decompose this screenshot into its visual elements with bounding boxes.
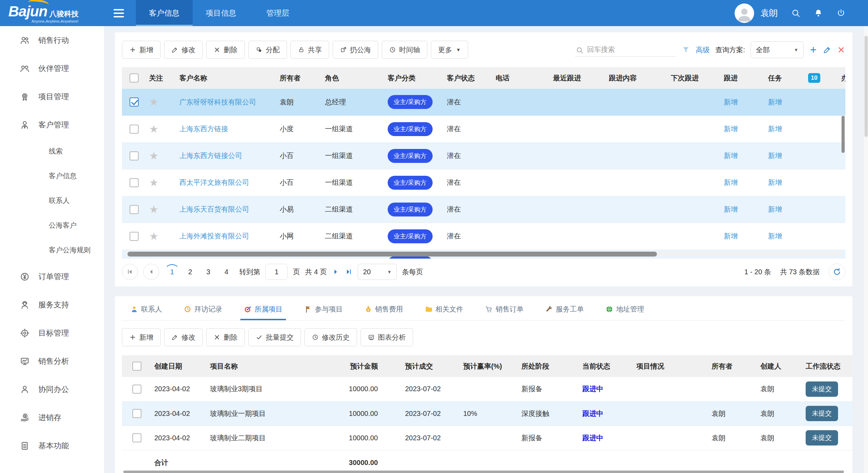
sidebar-item[interactable]: 订单管理 [0, 262, 104, 291]
add-task-link[interactable]: 新增 [768, 152, 782, 159]
delete-scheme-icon[interactable] [837, 46, 845, 54]
customer-row[interactable]: ★ 上海东西方链接 小度 一组渠道 业主/采购方 潜在 [122, 116, 845, 142]
column-header[interactable]: 跟进内容 跟进内容 [606, 67, 668, 89]
row-checkbox[interactable] [132, 433, 141, 442]
column-header[interactable]: 预计金额 [322, 355, 378, 377]
add-task-link[interactable]: 新增 [768, 232, 782, 240]
column-header[interactable]: 项目名称 [207, 355, 322, 377]
add-task-link[interactable]: 新增 [768, 179, 782, 186]
add-follow-link[interactable]: 新增 [724, 98, 738, 106]
toolbar-button[interactable]: 修改 [164, 41, 203, 59]
toolbar-button[interactable]: 修改 [164, 328, 203, 346]
customer-name-link[interactable]: 上海乐天百货有限公司 [179, 205, 249, 213]
customer-row[interactable]: ★ 广东呀呀呀科技有限公司 袁朗 总经理 业主/采购方 潜在 [122, 89, 845, 116]
page-number[interactable]: 3 [201, 264, 216, 279]
row-checkbox[interactable] [130, 125, 139, 134]
first-page-button[interactable] [122, 264, 138, 280]
sidebar-item[interactable]: 基本功能 [0, 432, 104, 460]
customer-name-link[interactable]: 上海东西方链接 [179, 125, 228, 133]
sidebar-item[interactable]: 公海客户 [0, 213, 104, 238]
favorite-star-icon[interactable]: ★ [149, 97, 158, 107]
customer-row[interactable]: ★ 上海东西方链接公司 小百 一组渠道 业主/采购方 潜在 [122, 142, 845, 169]
toolbar-button[interactable]: 新增 [122, 41, 161, 59]
project-row[interactable]: 2023-04-02 玻璃制业一期项目 10000.00 2023-07-02 … [122, 401, 852, 426]
current-status-link[interactable]: 跟进中 [582, 434, 603, 442]
sidebar-item[interactable]: 销售行动 [0, 26, 104, 54]
select-all-checkbox[interactable] [132, 362, 141, 371]
horizontal-scrollbar[interactable] [125, 252, 842, 257]
detail-tab[interactable]: 服务工单 [542, 301, 587, 320]
user-name[interactable]: 袁朗 [760, 7, 778, 19]
column-header[interactable]: 工作流状态 [803, 355, 852, 377]
advanced-search-link[interactable]: 高级 [696, 45, 710, 55]
horizontal-scrollbar-thumb[interactable] [127, 252, 657, 257]
toolbar-button[interactable]: 扔公海 [333, 41, 378, 59]
add-follow-link[interactable]: 新增 [724, 179, 738, 186]
column-header[interactable]: 客户分类 客户分类 [385, 67, 444, 89]
customer-name-link[interactable]: 上海东西方链接公司 [179, 152, 242, 159]
goto-page-input[interactable] [265, 264, 288, 280]
favorite-star-icon[interactable]: ★ [149, 258, 158, 259]
column-header[interactable]: 10 10 [805, 67, 838, 89]
customer-row[interactable]: ★ 上海外滩投资有限公司 小网 二组渠道 业主/采购方 潜在 [122, 223, 845, 250]
page-scrollbar[interactable] [863, 26, 868, 473]
toolbar-button[interactable]: 修改历史 [304, 328, 357, 346]
project-row[interactable]: 2023-04-02 玻璃制业二期项目 10000.00 2023-07-02 … [122, 426, 852, 450]
sidebar-item[interactable]: 客户信息 [0, 164, 104, 188]
prev-page-button[interactable] [143, 264, 159, 280]
sidebar-item[interactable]: 联系人 [0, 188, 104, 213]
favorite-star-icon[interactable]: ★ [149, 204, 158, 215]
favorite-star-icon[interactable]: ★ [149, 231, 158, 242]
column-header[interactable]: 最近跟进 最近跟进 [550, 67, 606, 89]
page-number[interactable]: 2 [183, 264, 198, 279]
customer-row[interactable]: ★ 西太平洋文旅有限公司 小百 一组渠道 业主/采购方 潜在 [122, 169, 845, 196]
sidebar-item[interactable]: 销售分析 [0, 347, 104, 375]
column-header[interactable]: 客户名称 客户名称 [172, 67, 277, 89]
last-page-button[interactable] [345, 268, 352, 276]
toolbar-button[interactable]: 分配 [248, 41, 287, 59]
customer-name-link[interactable]: 上海外滩投资有限公司 [179, 232, 249, 240]
column-header[interactable]: 办公地址 办公地址 [838, 67, 845, 89]
edit-scheme-icon[interactable] [823, 46, 831, 54]
column-header[interactable]: 关注 关注 [146, 67, 172, 89]
add-follow-link[interactable]: 新增 [724, 205, 738, 213]
column-header[interactable]: 客户状态 客户状态 [444, 67, 493, 89]
row-checkbox[interactable] [130, 151, 139, 160]
search-input[interactable] [575, 43, 676, 57]
row-checkbox[interactable] [130, 205, 139, 214]
column-header[interactable]: 角色 角色 [322, 67, 385, 89]
column-header[interactable]: 下次跟进 下次跟进 [668, 67, 721, 89]
toolbar-button[interactable]: 批量提交 [248, 328, 301, 346]
sidebar-item[interactable]: 客户管理 [0, 111, 104, 139]
sidebar-item[interactable]: 线索 [0, 139, 104, 164]
row-checkbox[interactable] [130, 178, 139, 187]
logout-power-icon[interactable] [836, 8, 846, 18]
next-page-button[interactable] [332, 268, 340, 276]
add-scheme-icon[interactable] [809, 46, 817, 54]
column-header[interactable]: 项目情况 [635, 355, 709, 377]
search-icon[interactable] [791, 8, 800, 18]
select-all-checkbox[interactable] [130, 73, 139, 82]
toolbar-button[interactable]: 共享 [290, 41, 329, 59]
add-task-link[interactable]: 新增 [768, 125, 782, 133]
add-follow-link[interactable]: 新增 [724, 232, 738, 240]
column-header[interactable]: 所有者 [709, 355, 758, 377]
row-checkbox[interactable] [130, 232, 139, 241]
add-task-link[interactable]: 新增 [768, 98, 782, 106]
menu-toggle-icon[interactable] [114, 0, 124, 26]
column-header[interactable]: 任务 任务 [765, 67, 805, 89]
detail-tab[interactable]: 拜访记录 [180, 301, 226, 320]
sidebar-item[interactable]: 服务支持 [0, 291, 104, 319]
toolbar-button[interactable]: 时间轴 [382, 41, 427, 59]
per-page-select[interactable]: 20 ▼ [358, 264, 397, 280]
column-header[interactable]: 所处阶段 [513, 355, 574, 377]
more-button[interactable]: 更多 ▼ [431, 41, 468, 59]
sidebar-item[interactable]: 伙伴管理 [0, 54, 104, 82]
toolbar-button[interactable]: 新增 [122, 328, 161, 346]
detail-tab[interactable]: 销售订单 [481, 301, 527, 320]
page-scrollbar-thumb[interactable] [865, 36, 868, 137]
page-number[interactable]: 1 [164, 264, 180, 279]
toolbar-button[interactable]: 删除 [206, 41, 245, 59]
favorite-star-icon[interactable]: ★ [149, 151, 158, 161]
nav-tab[interactable]: 管理层 [249, 0, 306, 26]
